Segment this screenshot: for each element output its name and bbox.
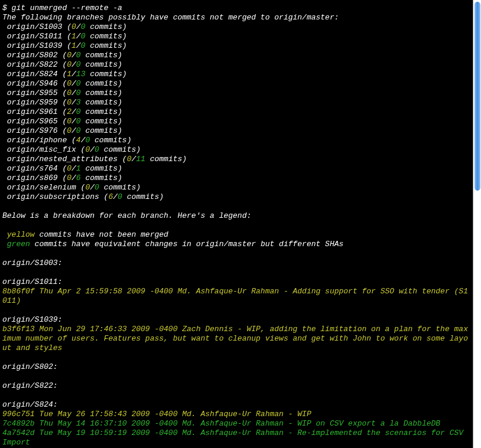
section-s824: origin/S824: — [2, 400, 470, 410]
branch-name: origin/s764 ( — [7, 164, 67, 173]
commits-label: commits) — [99, 145, 141, 154]
branch-equivalent-count: 1 — [76, 164, 81, 173]
branch-unmerged-count: 0 — [67, 174, 72, 182]
branch-equivalent-count: 13 — [76, 70, 86, 79]
branch-line: origin/subscriptions (6/0 commits) — [2, 192, 470, 202]
section-s822: origin/S822: — [2, 381, 470, 391]
branch-equivalent-count: 0 — [118, 192, 122, 201]
branch-unmerged-count: 4 — [76, 136, 81, 145]
branch-name: origin/selenium ( — [7, 183, 86, 192]
branch-line: origin/S824 (1/13 commits) — [2, 70, 470, 79]
blank-line — [2, 249, 470, 259]
branch-line: origin/selenium (0/0 commits) — [2, 183, 470, 192]
branch-equivalent-count: 11 — [136, 155, 145, 163]
branch-name: origin/S1003 ( — [7, 22, 72, 31]
commits-label: commits) — [81, 164, 122, 173]
prompt-symbol: $ — [2, 4, 12, 12]
branch-name: origin/S976 ( — [7, 126, 67, 135]
slash: / — [72, 51, 76, 60]
commits-label: commits) — [85, 32, 126, 41]
commit-s824-3: 4a7542d Tue May 19 10:59:19 2009 -0400 M… — [2, 429, 470, 447]
scrollbar-thumb[interactable] — [474, 2, 480, 191]
branch-name: origin/s869 ( — [7, 174, 67, 182]
commits-label: commits) — [81, 51, 122, 60]
legend-yellow-rest: commits have not been merged — [35, 230, 168, 239]
section-s1039: origin/S1039: — [2, 315, 470, 325]
slash: / — [72, 174, 76, 182]
section-s1003: origin/S1003: — [2, 259, 470, 268]
branch-name: origin/S959 ( — [7, 98, 67, 107]
slash: / — [90, 145, 95, 154]
commits-label: commits) — [85, 70, 126, 79]
branch-unmerged-count: 1 — [67, 70, 72, 79]
slash: / — [72, 70, 76, 79]
branch-line: origin/s869 (0/6 commits) — [2, 174, 470, 183]
commits-label: commits) — [81, 89, 122, 97]
slash: / — [76, 41, 81, 50]
command-text: git unmerged --remote -a — [12, 4, 122, 12]
branch-equivalent-count: 0 — [76, 107, 81, 116]
branch-name: origin/S946 ( — [7, 79, 67, 88]
prompt-line: $ git unmerged --remote -a — [2, 4, 470, 13]
blank-line — [2, 306, 470, 315]
commit-s1011: 8b86f0f Thu Apr 2 15:59:58 2009 -0400 Md… — [2, 287, 470, 306]
branch-equivalent-count: 0 — [76, 126, 81, 135]
branch-unmerged-count: 0 — [67, 98, 72, 107]
branch-name: origin/S822 ( — [7, 60, 67, 69]
branch-line: origin/S802 (0/0 commits) — [2, 51, 470, 60]
branch-line: origin/S976 (0/0 commits) — [2, 126, 470, 136]
branch-name: origin/subscriptions ( — [7, 192, 109, 201]
branch-equivalent-count: 0 — [95, 183, 99, 192]
branch-name: origin/misc_fix ( — [7, 145, 86, 154]
commits-label: commits) — [145, 155, 187, 163]
branch-unmerged-count: 0 — [67, 51, 72, 60]
branch-name: origin/S1011 ( — [7, 32, 72, 41]
commits-label: commits) — [81, 60, 122, 69]
commits-label: commits) — [81, 117, 122, 126]
branch-unmerged-count: 0 — [67, 89, 72, 97]
branch-name: origin/S1039 ( — [7, 41, 72, 50]
branch-name: origin/S961 ( — [7, 107, 67, 116]
commits-label: commits) — [81, 174, 122, 182]
branch-equivalent-count: 0 — [76, 117, 81, 126]
branch-line: origin/iphone (4/0 commits) — [2, 136, 470, 145]
commit-s824-1: 996c751 Tue May 26 17:58:43 2009 -0400 M… — [2, 410, 470, 419]
blank-line — [2, 268, 470, 277]
blank-line — [2, 353, 470, 362]
slash: / — [72, 117, 76, 126]
blank-line — [2, 372, 470, 381]
commits-label: commits) — [90, 136, 131, 145]
branch-line: origin/S822 (0/0 commits) — [2, 60, 470, 70]
branch-unmerged-count: 0 — [72, 22, 76, 31]
branch-list: origin/S1003 (0/0 commits)origin/S1011 (… — [2, 22, 470, 202]
slash: / — [72, 79, 76, 88]
commit-s1039: b3f6f13 Mon Jun 29 17:46:33 2009 -0400 Z… — [2, 325, 470, 353]
branch-name: origin/iphone ( — [7, 136, 76, 145]
commits-label: commits) — [81, 98, 122, 107]
scrollbar-track[interactable] — [473, 0, 481, 448]
branch-unmerged-count: 1 — [72, 32, 76, 41]
blank-line — [2, 221, 470, 230]
slash: / — [72, 126, 76, 135]
branch-equivalent-count: 0 — [76, 51, 81, 60]
blank-line — [2, 202, 470, 211]
commit-s824-2: 7c4892b Thu May 14 16:37:10 2009 -0400 M… — [2, 419, 470, 429]
branch-name: origin/S955 ( — [7, 89, 67, 97]
slash: / — [72, 60, 76, 69]
branch-unmerged-count: 0 — [67, 117, 72, 126]
branch-equivalent-count: 3 — [76, 98, 81, 107]
legend-yellow-line: yellow commits have not been merged — [2, 230, 470, 240]
slash: / — [72, 98, 76, 107]
commits-label: commits) — [99, 183, 141, 192]
commits-label: commits) — [85, 22, 126, 31]
branch-line: origin/S961 (2/0 commits) — [2, 107, 470, 117]
branch-equivalent-count: 0 — [95, 145, 99, 154]
commits-label: commits) — [81, 126, 122, 135]
branch-equivalent-count: 6 — [76, 174, 81, 182]
branch-name: origin/S802 ( — [7, 51, 67, 60]
terminal-output[interactable]: $ git unmerged --remote -a The following… — [0, 0, 473, 448]
blank-line — [2, 391, 470, 400]
branch-unmerged-count: 0 — [67, 60, 72, 69]
legend-green-line: green commits have equivalent changes in… — [2, 240, 470, 249]
slash: / — [76, 32, 81, 41]
